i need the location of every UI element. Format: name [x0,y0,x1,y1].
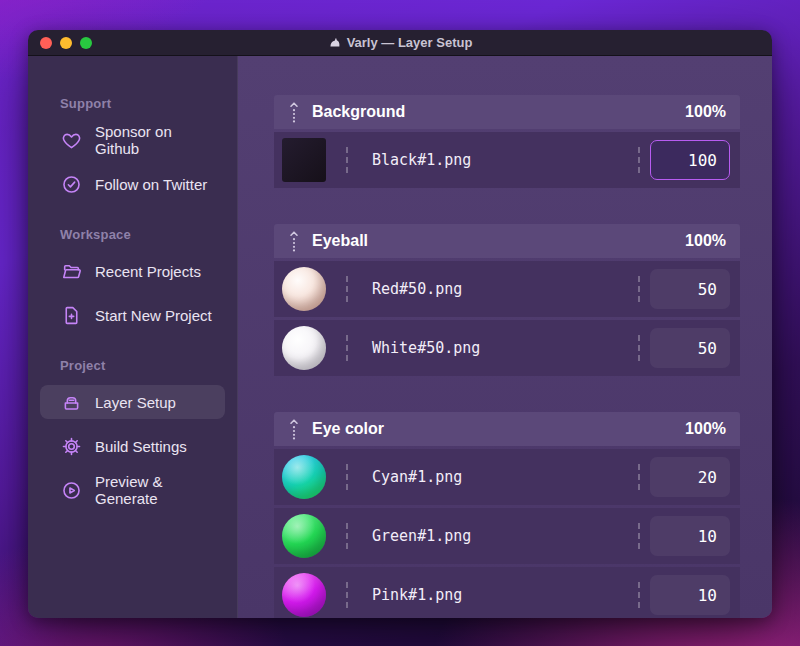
close-button[interactable] [40,37,52,49]
unicorn-icon [328,36,341,49]
dashed-divider [346,147,348,173]
sidebar-item-label: Layer Setup [95,394,176,411]
layer-weight-input[interactable] [650,269,730,309]
sidebar-item-label: Build Settings [95,438,187,455]
green-thumbnail [282,514,326,558]
dashed-divider [638,335,640,361]
drag-handle-icon[interactable] [288,229,302,253]
layer-row-white-50-png: White#50.png [274,320,740,376]
layer-setup-panel: Background100%Black#1.pngEyeball100%Red#… [238,56,772,618]
layer-group-eyeball: Eyeball100%Red#50.pngWhite#50.png [274,224,740,376]
traffic-lights [40,37,92,49]
play-circle-icon [60,479,82,501]
group-name: Background [312,103,405,121]
minimize-button[interactable] [60,37,72,49]
sidebar-item-label: Sponsor on Github [95,123,217,157]
layer-group-header: Eyeball100% [274,224,740,258]
layer-group-header: Eye color100% [274,412,740,446]
file-plus-icon [60,304,82,326]
sidebar-item-label: Recent Projects [95,263,201,280]
layer-filename: Cyan#1.png [372,468,462,486]
sidebar-section-label-support: Support [60,96,237,111]
black-thumbnail [282,138,326,182]
dashed-divider [346,523,348,549]
dashed-divider [346,582,348,608]
pink-thumbnail [282,573,326,617]
layer-weight-input[interactable] [650,140,730,180]
group-weight: 100% [685,420,726,438]
sidebar-item-follow-on-twitter[interactable]: Follow on Twitter [40,167,225,201]
drag-handle-icon[interactable] [288,417,302,441]
app-window: Varly — Layer Setup SupportSponsor on Gi… [28,30,772,618]
cyan-thumbnail [282,455,326,499]
zoom-button[interactable] [80,37,92,49]
group-weight: 100% [685,103,726,121]
layer-box-icon [60,391,82,413]
sidebar: SupportSponsor on GithubFollow on Twitte… [28,56,238,618]
sidebar-item-build-settings[interactable]: Build Settings [40,429,225,463]
dashed-divider [346,276,348,302]
layer-row-black-1-png: Black#1.png [274,132,740,188]
layer-weight-input[interactable] [650,328,730,368]
gear-icon [60,435,82,457]
sidebar-item-start-new-project[interactable]: Start New Project [40,298,225,332]
sidebar-item-label: Start New Project [95,307,212,324]
layer-row-pink-1-png: Pink#1.png [274,567,740,618]
titlebar[interactable]: Varly — Layer Setup [28,30,772,56]
dashed-divider [638,582,640,608]
layer-row-cyan-1-png: Cyan#1.png [274,449,740,505]
sidebar-item-preview-generate[interactable]: Preview & Generate [40,473,225,507]
group-weight: 100% [685,232,726,250]
layer-weight-input[interactable] [650,575,730,615]
sidebar-item-layer-setup[interactable]: Layer Setup [40,385,225,419]
layer-row-red-50-png: Red#50.png [274,261,740,317]
dashed-divider [346,335,348,361]
dashed-divider [638,276,640,302]
check-badge-icon [60,173,82,195]
dashed-divider [346,464,348,490]
layer-weight-input[interactable] [650,457,730,497]
group-name: Eye color [312,420,384,438]
sidebar-item-label: Preview & Generate [95,473,217,507]
layer-filename: Red#50.png [372,280,462,298]
window-title-text: Varly — Layer Setup [347,35,473,50]
white-thumbnail [282,326,326,370]
dashed-divider [638,464,640,490]
layer-filename: Green#1.png [372,527,471,545]
folder-icon [60,260,82,282]
sidebar-section-label-workspace: Workspace [60,227,237,242]
sidebar-item-recent-projects[interactable]: Recent Projects [40,254,225,288]
sidebar-section-label-project: Project [60,358,237,373]
layer-filename: Pink#1.png [372,586,462,604]
window-title: Varly — Layer Setup [328,35,473,50]
dashed-divider [638,147,640,173]
layer-group-background: Background100%Black#1.png [274,95,740,188]
red-thumbnail [282,267,326,311]
desktop-wallpaper: Varly — Layer Setup SupportSponsor on Gi… [0,0,800,646]
sidebar-item-sponsor-on-github[interactable]: Sponsor on Github [40,123,225,157]
heart-icon [60,129,82,151]
dashed-divider [638,523,640,549]
drag-handle-icon[interactable] [288,100,302,124]
window-body: SupportSponsor on GithubFollow on Twitte… [28,56,772,618]
layer-group-header: Background100% [274,95,740,129]
layer-weight-input[interactable] [650,516,730,556]
layer-filename: Black#1.png [372,151,471,169]
layer-row-green-1-png: Green#1.png [274,508,740,564]
layer-group-eye-color: Eye color100%Cyan#1.pngGreen#1.pngPink#1… [274,412,740,618]
layer-filename: White#50.png [372,339,480,357]
group-name: Eyeball [312,232,368,250]
sidebar-item-label: Follow on Twitter [95,176,207,193]
